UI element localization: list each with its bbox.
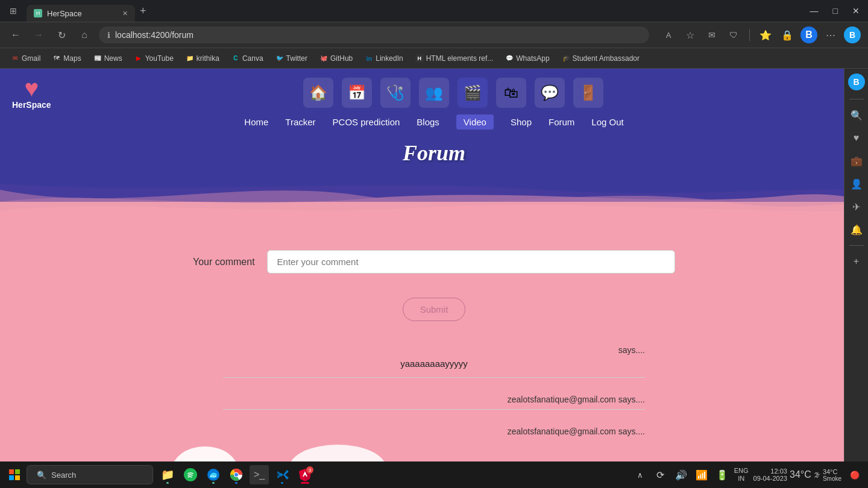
maximize-button[interactable]: □: [829, 5, 841, 17]
home-button[interactable]: ⌂: [76, 27, 93, 43]
hidden-icons-button[interactable]: ∧: [632, 466, 649, 483]
forward-button[interactable]: →: [30, 27, 47, 43]
bookmark-student-ambassador[interactable]: 🎓 Student Ambassador: [557, 52, 644, 64]
comment-entry-1: says.... yaaaaaaaayyyyy: [223, 339, 645, 389]
krithika-favicon: 📁: [186, 54, 194, 63]
taskbar-angular[interactable]: 3: [295, 465, 315, 484]
svg-marker-23: [305, 474, 306, 475]
address-bar: ← → ↻ ⌂ ℹ localhost:4200/forum A ☆ ✉ 🛡 ⭐…: [0, 22, 868, 48]
speaker-icon[interactable]: 🔊: [673, 466, 690, 483]
favorites-star-icon[interactable]: ☆: [682, 27, 699, 43]
tracker-nav-icon: 📅: [342, 78, 372, 108]
tab-list-button[interactable]: ⊞: [5, 2, 22, 19]
action-center-icon[interactable]: 🔴: [846, 466, 863, 483]
nav-icon-shop[interactable]: 🛍: [496, 78, 526, 108]
nav-icon-tracker[interactable]: 📅: [342, 78, 372, 108]
bing-icon[interactable]: B: [844, 27, 861, 43]
new-tab-button[interactable]: +: [140, 5, 146, 17]
twitter-favicon: 🐦: [275, 54, 284, 63]
nav-icon-video[interactable]: 🎬: [458, 78, 488, 108]
nav-link-forum[interactable]: Forum: [549, 117, 574, 127]
news-favicon: 📰: [93, 54, 102, 63]
nav-icon-blogs[interactable]: 👥: [419, 78, 449, 108]
app-indicator: [166, 482, 169, 484]
weather-temp: 34°C: [823, 468, 841, 475]
bookmark-news[interactable]: 📰 News: [89, 52, 127, 64]
taskbar-terminal[interactable]: >_: [250, 465, 269, 484]
nav-icon-logout[interactable]: 🚪: [573, 78, 603, 108]
favorites-icon[interactable]: ⭐: [757, 27, 774, 43]
nav-icon-forum[interactable]: 💬: [535, 78, 565, 108]
nav-link-video[interactable]: Video: [456, 114, 494, 130]
active-tab[interactable]: H HerSpace ✕: [27, 5, 135, 22]
sidebar-send-icon[interactable]: ✈: [847, 197, 866, 216]
nav-link-blogs[interactable]: Blogs: [417, 117, 439, 127]
edge-bing-icon[interactable]: B: [848, 74, 865, 90]
toolbar-icons: A ☆ ✉ 🛡 ⭐ 🔒 B ⋯ B: [660, 27, 861, 43]
battery-icon[interactable]: 🔋: [714, 466, 731, 483]
comments-area: says.... yaaaaaaaayyyyy zealotsfanatique…: [223, 339, 645, 442]
url-bar[interactable]: ℹ localhost:4200/forum: [99, 27, 649, 43]
nav-link-logout[interactable]: Log Out: [591, 117, 623, 127]
taskbar-search[interactable]: 🔍 Search: [27, 465, 153, 484]
nav-link-tracker[interactable]: Tracker: [285, 117, 315, 127]
submit-button[interactable]: Submit: [403, 298, 466, 321]
profile-avatar[interactable]: B: [800, 27, 817, 43]
reload-button[interactable]: ↻: [53, 27, 70, 43]
bookmark-html[interactable]: H HTML elements ref...: [410, 52, 498, 64]
sidebar-profile-icon[interactable]: 👤: [847, 174, 866, 193]
tab-close-button[interactable]: ✕: [122, 10, 128, 17]
taskbar-chrome[interactable]: [227, 465, 246, 484]
comment-label: Your comment: [193, 257, 255, 267]
bookmark-maps-label: Maps: [63, 54, 81, 63]
sidebar-divider-2: [849, 245, 864, 246]
close-button[interactable]: ✕: [849, 5, 863, 17]
svg-rect-9: [9, 475, 14, 480]
bookmark-whatsapp[interactable]: 💬 WhatsApp: [500, 52, 554, 64]
bookmark-linkedin[interactable]: in LinkedIn: [360, 52, 407, 64]
bookmark-krithika[interactable]: 📁 krithika: [181, 52, 224, 64]
svg-marker-17: [283, 470, 289, 480]
url-text: localhost:4200/forum: [115, 30, 193, 40]
comment-input[interactable]: [267, 250, 675, 274]
nav-icon-home[interactable]: 🏠: [303, 78, 333, 108]
mail-icon[interactable]: ✉: [703, 27, 720, 43]
back-button[interactable]: ←: [7, 27, 24, 43]
bluetooth-icon[interactable]: ⟳: [652, 466, 669, 483]
taskbar: 🔍 Search 📁: [0, 461, 868, 488]
shield-icon[interactable]: 🛡: [725, 27, 742, 43]
profile-icon[interactable]: 🔒: [779, 27, 796, 43]
nav-link-home[interactable]: Home: [244, 117, 268, 127]
taskbar-edge[interactable]: [204, 465, 223, 484]
sidebar-search-icon[interactable]: 🔍: [847, 105, 866, 125]
browser-frame: ⊞ H HerSpace ✕ + — □ ✕ ← → ↻ ⌂ ℹ localho…: [0, 0, 868, 488]
wifi-icon[interactable]: 📶: [693, 466, 710, 483]
notification-center-icon[interactable]: 34°C: [792, 466, 809, 483]
nav-link-shop[interactable]: Shop: [511, 117, 532, 127]
edge-sidebar: B 🔍 ♥ 💼 👤 ✈ 🔔 + ⚙: [844, 69, 868, 488]
more-options-icon[interactable]: ⋯: [822, 27, 839, 43]
svg-rect-8: [15, 469, 20, 474]
bookmark-twitter[interactable]: 🐦 Twitter: [271, 52, 312, 64]
bookmark-maps[interactable]: 🗺 Maps: [48, 52, 86, 64]
bookmark-canva[interactable]: C Canva: [227, 52, 268, 64]
logo[interactable]: ♥ HerSpace: [12, 76, 51, 110]
taskbar-spotify[interactable]: [181, 465, 200, 484]
sidebar-add-icon[interactable]: +: [847, 252, 866, 271]
start-button[interactable]: [5, 465, 24, 484]
bookmark-github[interactable]: 🐙 GitHub: [315, 52, 357, 64]
nav-link-pcos[interactable]: PCOS prediction: [333, 117, 400, 127]
taskbar-datetime[interactable]: 12:03 09-04-2023: [753, 468, 787, 482]
sidebar-collections-icon[interactable]: 💼: [847, 151, 866, 170]
sidebar-notification-icon[interactable]: 🔔: [847, 220, 866, 239]
taskbar-apps: 📁: [158, 465, 315, 484]
bookmark-youtube[interactable]: ▶ YouTube: [130, 52, 178, 64]
sidebar-favorites-icon[interactable]: ♥: [847, 128, 866, 148]
nav-icons-row: 🏠 📅 🩺 👥 🎬: [303, 78, 603, 108]
font-size-icon[interactable]: A: [660, 27, 677, 43]
nav-icon-pcos[interactable]: 🩺: [380, 78, 410, 108]
taskbar-vscode[interactable]: [272, 465, 292, 484]
minimize-button[interactable]: —: [807, 5, 822, 17]
taskbar-file-explorer[interactable]: 📁: [158, 465, 177, 484]
bookmark-gmail[interactable]: ✉ Gmail: [6, 52, 45, 64]
